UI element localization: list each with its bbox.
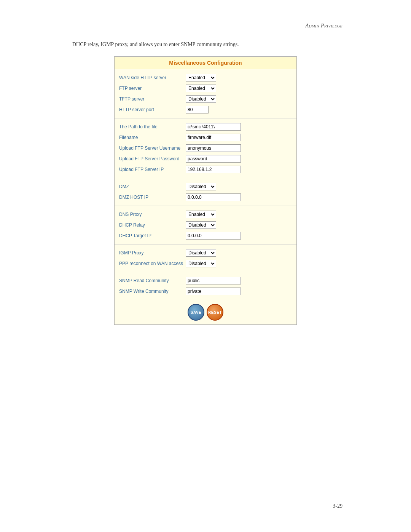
config-box: Miscellaneous Configuration WAN side HTT…: [114, 56, 297, 325]
control-dmz-host-ip[interactable]: [186, 193, 292, 201]
control-ftp-server-ip[interactable]: [186, 166, 292, 173]
row-ppp-reconnect: PPP reconnect on WAN access Enabled Disa…: [119, 258, 292, 269]
row-dmz-host-ip: DMZ HOST IP: [119, 192, 292, 203]
label-http-port: HTTP server port: [119, 107, 186, 112]
label-ppp-reconnect: PPP reconnect on WAN access: [119, 261, 186, 266]
save-button[interactable]: SAVE: [188, 304, 204, 321]
input-dmz-host-ip[interactable]: [186, 193, 241, 201]
section-dns-dhcp-settings: DNS Proxy Enabled Disabled DHCP Relay En…: [115, 206, 296, 244]
row-ftp-server: FTP server Enabled Disabled: [119, 83, 292, 94]
section-server-settings: WAN side HTTP server Enabled Disabled FT…: [115, 69, 296, 118]
control-dhcp-relay[interactable]: Enabled Disabled: [186, 221, 292, 229]
control-ftp-password[interactable]: [186, 155, 292, 163]
select-ppp-reconnect[interactable]: Enabled Disabled: [186, 260, 216, 267]
input-snmp-read[interactable]: [186, 277, 241, 284]
label-ftp-server-ip: Upload FTP Server IP: [119, 167, 186, 172]
main-content: DHCP relay, IGMP proxy, and allows you t…: [0, 37, 411, 355]
label-path-to-file: The Path to the file: [119, 124, 186, 129]
label-tftp-server: TFTP server: [119, 96, 186, 102]
row-dhcp-relay: DHCP Relay Enabled Disabled: [119, 220, 292, 230]
select-dmz[interactable]: Enabled Disabled: [186, 183, 216, 190]
select-ftp-server[interactable]: Enabled Disabled: [186, 85, 216, 92]
input-filename[interactable]: [186, 134, 241, 141]
label-dhcp-relay: DHCP Relay: [119, 222, 186, 228]
input-path-to-file[interactable]: [186, 123, 241, 131]
label-dmz-host-ip: DMZ HOST IP: [119, 195, 186, 200]
row-ftp-password: Upload FTP Server Password: [119, 153, 292, 164]
page-title: Admin Privilege: [305, 23, 342, 29]
row-snmp-read: SNMP Read Community: [119, 275, 292, 286]
label-wan-http: WAN side HTTP server: [119, 75, 186, 80]
row-filename: Filename: [119, 132, 292, 143]
input-snmp-write[interactable]: [186, 288, 241, 295]
control-snmp-write[interactable]: [186, 288, 292, 295]
row-ftp-username: Upload FTP Server Username: [119, 143, 292, 153]
row-http-port: HTTP server port: [119, 104, 292, 115]
control-dns-proxy[interactable]: Enabled Disabled: [186, 211, 292, 218]
input-ftp-password[interactable]: [186, 155, 241, 163]
section-igmp-settings: IGMP Proxy Enabled Disabled PPP reconnec…: [115, 244, 296, 272]
label-ftp-password: Upload FTP Server Password: [119, 156, 186, 161]
label-snmp-read: SNMP Read Community: [119, 278, 186, 283]
control-tftp-server[interactable]: Enabled Disabled: [186, 95, 292, 103]
label-snmp-write: SNMP Write Community: [119, 289, 186, 294]
label-dmz: DMZ: [119, 184, 186, 189]
label-dhcp-target-ip: DHCP Target IP: [119, 233, 186, 238]
select-wan-http[interactable]: Enabled Disabled: [186, 74, 216, 81]
config-title: Miscellaneous Configuration: [115, 57, 296, 69]
control-ftp-server[interactable]: Enabled Disabled: [186, 85, 292, 92]
control-http-port[interactable]: [186, 106, 292, 113]
control-ppp-reconnect[interactable]: Enabled Disabled: [186, 260, 292, 267]
control-filename[interactable]: [186, 134, 292, 141]
intro-block: DHCP relay, IGMP proxy, and allows you t…: [72, 37, 339, 56]
row-dmz: DMZ Enabled Disabled: [119, 181, 292, 192]
row-wan-http: WAN side HTTP server Enabled Disabled: [119, 72, 292, 83]
control-igmp-proxy[interactable]: Enabled Disabled: [186, 249, 292, 257]
section-snmp-settings: SNMP Read Community SNMP Write Community: [115, 272, 296, 300]
select-igmp-proxy[interactable]: Enabled Disabled: [186, 249, 216, 257]
input-dhcp-target-ip[interactable]: [186, 232, 241, 240]
control-dmz[interactable]: Enabled Disabled: [186, 183, 292, 190]
row-path-to-file: The Path to the file: [119, 121, 292, 132]
label-igmp-proxy: IGMP Proxy: [119, 250, 186, 256]
section-dmz-settings: DMZ Enabled Disabled DMZ HOST IP: [115, 178, 296, 206]
label-ftp-server: FTP server: [119, 86, 186, 91]
input-ftp-server-ip[interactable]: [186, 166, 241, 173]
select-dhcp-relay[interactable]: Enabled Disabled: [186, 221, 216, 229]
reset-button[interactable]: RESET: [207, 304, 223, 321]
row-dhcp-target-ip: DHCP Target IP: [119, 230, 292, 241]
control-ftp-username[interactable]: [186, 144, 292, 152]
control-path-to-file[interactable]: [186, 123, 292, 131]
row-igmp-proxy: IGMP Proxy Enabled Disabled: [119, 248, 292, 258]
select-tftp-server[interactable]: Enabled Disabled: [186, 95, 216, 103]
row-tftp-server: TFTP server Enabled Disabled: [119, 94, 292, 104]
input-ftp-username[interactable]: [186, 144, 241, 152]
label-dns-proxy: DNS Proxy: [119, 212, 186, 217]
intro-text: DHCP relay, IGMP proxy, and allows you t…: [72, 42, 239, 47]
page-number: 3-29: [333, 503, 342, 509]
select-dns-proxy[interactable]: Enabled Disabled: [186, 211, 216, 218]
control-snmp-read[interactable]: [186, 277, 292, 284]
row-snmp-write: SNMP Write Community: [119, 286, 292, 297]
control-wan-http[interactable]: Enabled Disabled: [186, 74, 292, 81]
header-area: Admin Privilege: [0, 0, 411, 37]
row-ftp-server-ip: Upload FTP Server IP: [119, 164, 292, 175]
row-dns-proxy: DNS Proxy Enabled Disabled: [119, 209, 292, 220]
input-http-port[interactable]: [186, 106, 209, 113]
page-container: Admin Privilege DHCP relay, IGMP proxy, …: [0, 0, 411, 532]
control-dhcp-target-ip[interactable]: [186, 232, 292, 240]
label-filename: Filename: [119, 135, 186, 140]
button-row: SAVE RESET: [115, 300, 296, 324]
label-ftp-username: Upload FTP Server Username: [119, 145, 186, 151]
section-file-settings: The Path to the file Filename Upload FTP…: [115, 118, 296, 178]
